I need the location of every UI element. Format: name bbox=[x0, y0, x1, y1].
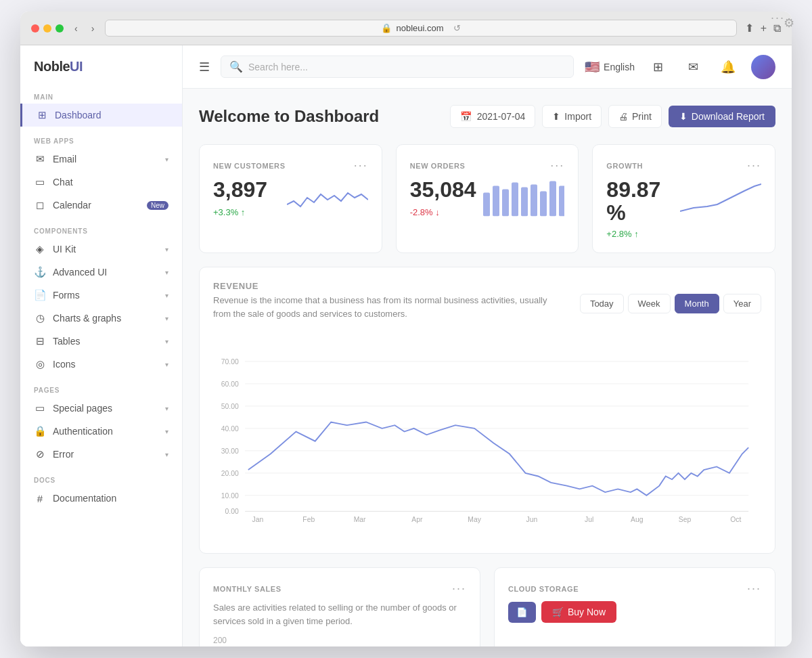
chevron-down-icon: ▾ bbox=[165, 428, 168, 435]
date-value: 2021-07-04 bbox=[477, 111, 526, 122]
sidebar-item-label: Email bbox=[53, 154, 76, 164]
sidebar-item-label: Icons bbox=[53, 359, 75, 370]
sidebar-item-special-pages[interactable]: ▭ Special pages ▾ bbox=[20, 397, 182, 420]
new-customers-value: 3,897 bbox=[213, 178, 267, 202]
section-title-webapps: WEB APPS bbox=[20, 132, 182, 148]
cloud-storage-title: CLOUD STORAGE bbox=[508, 585, 579, 593]
chevron-down-icon: ▾ bbox=[165, 361, 168, 368]
section-title-main: MAIN bbox=[20, 88, 182, 104]
sidebar-item-label: UI Kit bbox=[53, 244, 76, 255]
period-week-button[interactable]: Week bbox=[628, 294, 671, 313]
new-badge: New bbox=[147, 201, 168, 210]
import-label: Import bbox=[564, 111, 591, 122]
new-tab-button[interactable]: + bbox=[761, 22, 767, 35]
revenue-card: ⚙ REVENUE ··· Revenue is the income that… bbox=[199, 267, 775, 554]
document-icon: 📄 bbox=[516, 607, 528, 617]
svg-rect-3 bbox=[512, 182, 518, 216]
revenue-description: Revenue is the income that a business ha… bbox=[213, 294, 551, 320]
sidebar-item-label: Special pages bbox=[53, 403, 112, 414]
sidebar-item-dashboard[interactable]: ⊞ Dashboard bbox=[20, 104, 182, 127]
sidebar-item-label: Charts & graphs bbox=[53, 313, 121, 324]
svg-rect-8 bbox=[559, 185, 564, 216]
back-button[interactable]: ‹ bbox=[72, 22, 81, 35]
growth-unit: % bbox=[606, 202, 660, 223]
date-picker-button[interactable]: 📅 2021-07-04 bbox=[450, 105, 536, 128]
new-orders-value: 35,084 bbox=[410, 178, 476, 202]
sidebar-item-label: Authentication bbox=[53, 426, 113, 437]
growth-chart bbox=[680, 181, 761, 217]
avatar[interactable] bbox=[751, 55, 775, 79]
sidebar-section-webapps: WEB APPS ✉ Email ▾ ▭ Chat ◻ Calendar New bbox=[20, 132, 182, 217]
svg-rect-6 bbox=[540, 191, 547, 216]
monthly-sales-more-button[interactable]: ··· bbox=[452, 582, 466, 596]
print-icon: 🖨 bbox=[618, 111, 628, 122]
documentation-icon: # bbox=[34, 492, 46, 504]
chevron-down-icon: ▾ bbox=[165, 451, 168, 458]
search-icon: 🔍 bbox=[229, 60, 243, 73]
sidebar-item-advanced-ui[interactable]: ⚓ Advanced UI ▾ bbox=[20, 261, 182, 284]
sidebar-item-tables[interactable]: ⊟ Tables ▾ bbox=[20, 330, 182, 353]
download-icon: ⬇ bbox=[679, 111, 687, 122]
period-today-button[interactable]: Today bbox=[580, 294, 624, 313]
minimize-dot[interactable] bbox=[43, 24, 51, 32]
print-button[interactable]: 🖨 Print bbox=[608, 105, 662, 128]
logo: NobleUI bbox=[20, 59, 182, 88]
svg-text:30.00: 30.00 bbox=[221, 447, 239, 455]
sidebar-item-ui-kit[interactable]: ◈ UI Kit ▾ bbox=[20, 238, 182, 261]
sidebar-item-charts[interactable]: ◷ Charts & graphs ▾ bbox=[20, 307, 182, 330]
cloud-storage-more-button[interactable]: ··· bbox=[747, 582, 761, 596]
svg-rect-4 bbox=[521, 187, 528, 216]
sidebar-item-forms[interactable]: 📄 Forms ▾ bbox=[20, 284, 182, 307]
sidebar-item-label: Calendar bbox=[53, 200, 91, 211]
sidebar-item-label: Tables bbox=[53, 336, 80, 347]
period-year-button[interactable]: Year bbox=[723, 294, 761, 313]
grid-icon-button[interactable]: ⊞ bbox=[646, 55, 670, 79]
growth-card: GROWTH ··· 89.87 % +2.8% bbox=[592, 144, 775, 253]
search-bar[interactable]: 🔍 bbox=[221, 56, 574, 78]
svg-text:40.00: 40.00 bbox=[221, 425, 239, 433]
document-icon-button[interactable]: 📄 bbox=[508, 602, 536, 623]
sidebar-item-icons[interactable]: ◎ Icons ▾ bbox=[20, 353, 182, 376]
language-selector[interactable]: 🇺🇸 English bbox=[585, 60, 635, 74]
new-orders-more-button[interactable]: ··· bbox=[550, 158, 564, 173]
download-report-button[interactable]: ⬇ Download Report bbox=[669, 106, 775, 127]
new-customers-more-button[interactable]: ··· bbox=[354, 158, 368, 173]
calendar-icon: ◻ bbox=[34, 199, 46, 211]
search-input[interactable] bbox=[248, 62, 384, 72]
address-bar[interactable]: 🔒 nobleui.com ↺ bbox=[105, 20, 736, 37]
url-text: nobleui.com bbox=[396, 23, 443, 33]
chevron-down-icon: ▾ bbox=[165, 405, 168, 412]
authentication-icon: 🔒 bbox=[34, 425, 46, 437]
special-pages-icon: ▭ bbox=[34, 402, 46, 414]
sidebar-item-label: Forms bbox=[53, 290, 80, 301]
import-button[interactable]: ⬆ Import bbox=[542, 105, 602, 128]
sidebar-item-email[interactable]: ✉ Email ▾ bbox=[20, 148, 182, 171]
sidebar-item-label: Error bbox=[53, 449, 74, 460]
growth-value: 89.87 bbox=[606, 178, 660, 202]
svg-rect-5 bbox=[531, 184, 537, 216]
sidebar-item-calendar[interactable]: ◻ Calendar New bbox=[20, 194, 182, 217]
maximize-dot[interactable] bbox=[55, 24, 64, 32]
calendar-icon: 📅 bbox=[460, 111, 472, 122]
sidebar-item-documentation[interactable]: # Documentation bbox=[20, 487, 182, 510]
main-content: Welcome to Dashboard 📅 2021-07-04 ⬆ Impo… bbox=[183, 89, 792, 646]
buy-now-button[interactable]: 🛒 Buy Now bbox=[541, 601, 616, 623]
header-right: 🇺🇸 English ⊞ ✉ 🔔 bbox=[585, 55, 775, 79]
share-button[interactable]: ⬆ bbox=[745, 22, 754, 35]
notification-bell-button[interactable]: 🔔 bbox=[716, 55, 740, 79]
close-dot[interactable] bbox=[31, 24, 39, 32]
svg-text:Apr: Apr bbox=[411, 517, 423, 524]
sidebar-item-authentication[interactable]: 🔒 Authentication ▾ bbox=[20, 420, 182, 443]
menu-toggle-button[interactable]: ☰ bbox=[199, 60, 210, 74]
forward-button[interactable]: › bbox=[89, 22, 97, 35]
sidebar-item-chat[interactable]: ▭ Chat bbox=[20, 171, 182, 194]
icons-icon: ◎ bbox=[34, 358, 46, 370]
svg-text:60.00: 60.00 bbox=[221, 380, 239, 388]
email-icon: ✉ bbox=[34, 153, 46, 165]
tables-icon: ⊟ bbox=[34, 335, 46, 347]
mail-icon-button[interactable]: ✉ bbox=[681, 55, 705, 79]
period-month-button[interactable]: Month bbox=[675, 294, 719, 313]
sidebar-item-error[interactable]: ⊘ Error ▾ bbox=[20, 443, 182, 466]
monthly-sales-description: Sales are activities related to selling … bbox=[213, 601, 466, 628]
growth-more-button[interactable]: ··· bbox=[747, 158, 761, 173]
